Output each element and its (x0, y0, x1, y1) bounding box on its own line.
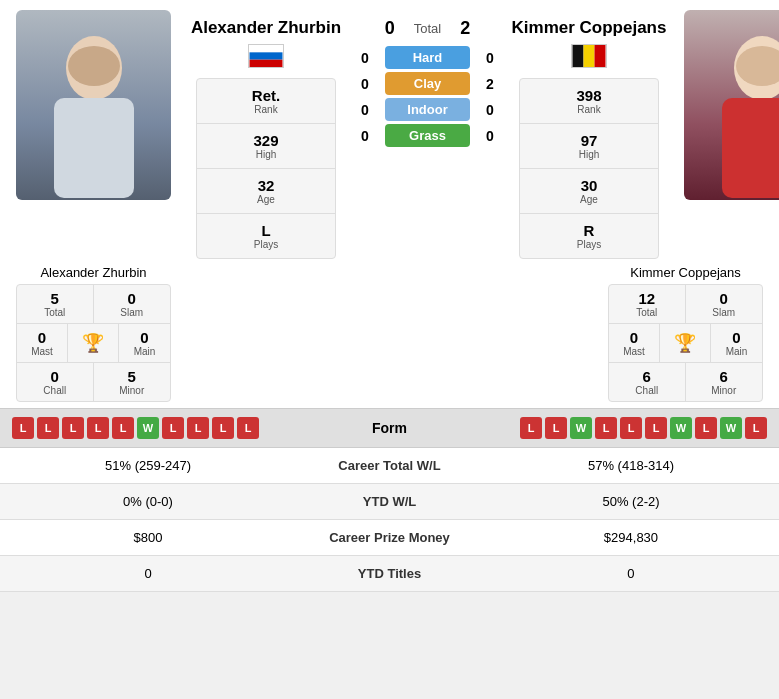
surface-rows: 0Hard00Clay20Indoor00Grass0 (351, 43, 504, 150)
right-slam-label: Slam (712, 307, 735, 318)
surface-row-clay: 0Clay2 (351, 72, 504, 95)
left-trophy-cell: 🏆 (68, 324, 119, 362)
left-mast-label: Mast (31, 346, 53, 357)
surface-right-score: 2 (476, 76, 504, 92)
right-total-value: 12 (638, 290, 655, 307)
right-stats-grid: 398 Rank 97 High 30 Age R Plays (519, 78, 659, 259)
right-minor-label: Minor (711, 385, 736, 396)
svg-rect-8 (595, 45, 606, 67)
surface-row-grass: 0Grass0 (351, 124, 504, 147)
left-total-cell: 5 Total (17, 285, 94, 323)
surface-left-score: 0 (351, 50, 379, 66)
right-age-cell: 30 Age (520, 169, 658, 214)
right-chall-value: 6 (643, 368, 651, 385)
form-badge-l: L (237, 417, 259, 439)
left-player-name: Alexander Zhurbin (191, 18, 341, 38)
left-high-label: High (256, 149, 277, 160)
left-rank-label: Rank (254, 104, 277, 115)
right-main-cell: 0 Main (711, 324, 762, 362)
left-flag-icon (248, 44, 284, 68)
right-photo-col (674, 10, 779, 259)
left-main-cell: 0 Main (119, 324, 170, 362)
right-high-value: 97 (581, 132, 598, 149)
right-player-name: Kimmer Coppejans (512, 18, 667, 38)
right-chall-label: Chall (635, 385, 658, 396)
left-plays-cell: L Plays (197, 214, 335, 258)
left-high-cell: 329 High (197, 124, 335, 169)
right-age-value: 30 (581, 177, 598, 194)
stats-right-value: 0 (483, 556, 779, 592)
right-main-value: 0 (732, 329, 740, 346)
stats-row: 0YTD Titles0 (0, 556, 779, 592)
left-name-below: Alexander Zhurbin (6, 265, 181, 280)
stats-right-value: 50% (2-2) (483, 484, 779, 520)
right-minor-value: 6 (720, 368, 728, 385)
svg-point-2 (68, 46, 120, 86)
match-top: Alexander Zhurbin Ret. Rank 329 High (0, 0, 779, 265)
form-badge-l: L (212, 417, 234, 439)
left-main-label: Main (134, 346, 156, 357)
form-badge-l: L (162, 417, 184, 439)
right-slam-cell: 0 Slam (686, 285, 763, 323)
left-slam-cell: 0 Slam (94, 285, 171, 323)
form-badge-l: L (37, 417, 59, 439)
right-rank-value: 398 (576, 87, 601, 104)
left-minor-cell: 5 Minor (94, 363, 171, 401)
left-photo-col (6, 10, 181, 259)
surface-left-score: 0 (351, 76, 379, 92)
surface-badge-hard: Hard (385, 46, 470, 69)
right-trophy-icon: 🏆 (674, 332, 696, 354)
svg-rect-6 (573, 45, 584, 67)
right-mast-label: Mast (623, 346, 645, 357)
left-stats-grid: Ret. Rank 329 High 32 Age L Plays (196, 78, 336, 259)
surface-row-indoor: 0Indoor0 (351, 98, 504, 121)
surface-badge-indoor: Indoor (385, 98, 470, 121)
svg-rect-1 (54, 98, 134, 198)
right-flag-icon (571, 44, 607, 68)
form-badge-l: L (645, 417, 667, 439)
left-high-value: 329 (253, 132, 278, 149)
left-mast-cell: 0 Mast (17, 324, 68, 362)
left-slam-value: 0 (128, 290, 136, 307)
form-left-badges: LLLLLWLLLL (12, 417, 330, 439)
left-age-cell: 32 Age (197, 169, 335, 214)
form-badge-l: L (187, 417, 209, 439)
left-trophy-icon: 🏆 (82, 332, 104, 354)
right-main-label: Main (726, 346, 748, 357)
svg-rect-4 (250, 53, 283, 60)
right-age-label: Age (580, 194, 598, 205)
right-high-cell: 97 High (520, 124, 658, 169)
right-bottom-stats: 12 Total 0 Slam 0 Mast 🏆 (598, 284, 773, 402)
form-badge-l: L (62, 417, 84, 439)
surface-right-score: 0 (476, 50, 504, 66)
left-mast-value: 0 (38, 329, 46, 346)
bottom-stats-row: 5 Total 0 Slam 0 Mast 🏆 (0, 284, 779, 408)
surface-badge-grass: Grass (385, 124, 470, 147)
match-container: Alexander Zhurbin Ret. Rank 329 High (0, 0, 779, 592)
left-plays-value: L (261, 222, 270, 239)
right-plays-cell: R Plays (520, 214, 658, 258)
form-badge-l: L (545, 417, 567, 439)
stats-left-value: $800 (0, 520, 296, 556)
surface-badge-clay: Clay (385, 72, 470, 95)
left-rank-value: Ret. (252, 87, 280, 104)
total-right-score: 2 (451, 18, 479, 39)
stats-left-value: 0% (0-0) (0, 484, 296, 520)
right-rank-label: Rank (577, 104, 600, 115)
svg-rect-10 (722, 98, 780, 198)
total-left-score: 0 (376, 18, 404, 39)
surface-left-score: 0 (351, 102, 379, 118)
right-mast-cell: 0 Mast (609, 324, 660, 362)
surface-left-score: 0 (351, 128, 379, 144)
right-chall-cell: 6 Chall (609, 363, 686, 401)
surface-right-score: 0 (476, 102, 504, 118)
form-badge-w: W (570, 417, 592, 439)
stats-center-label: Career Prize Money (296, 520, 483, 556)
left-chall-value: 0 (51, 368, 59, 385)
form-badge-l: L (112, 417, 134, 439)
stats-left-value: 0 (0, 556, 296, 592)
stats-row: $800Career Prize Money$294,830 (0, 520, 779, 556)
total-label: Total (414, 21, 441, 36)
right-name-below: Kimmer Coppejans (598, 265, 773, 280)
left-chall-label: Chall (43, 385, 66, 396)
